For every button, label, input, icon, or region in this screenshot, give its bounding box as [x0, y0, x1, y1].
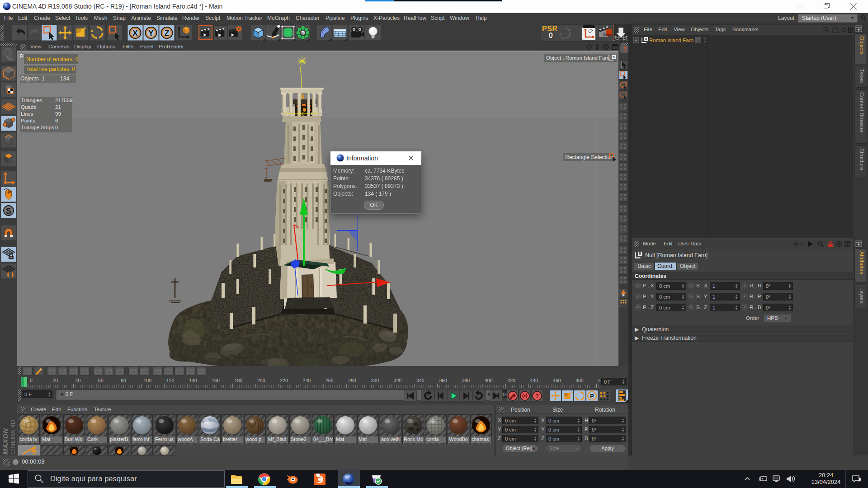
- svg-text:?: ?: [535, 393, 539, 399]
- svg-text:40: 40: [75, 378, 81, 383]
- svg-text:CINEMA 4D: CINEMA 4D: [9, 420, 16, 455]
- svg-text:420: 420: [507, 378, 515, 383]
- svg-text:180: 180: [235, 378, 243, 383]
- svg-text:0: 0: [639, 251, 641, 256]
- svg-text:60: 60: [98, 378, 104, 383]
- svg-text:380: 380: [462, 378, 470, 383]
- svg-text:320: 320: [394, 378, 402, 383]
- svg-text:?: ?: [623, 46, 627, 53]
- svg-text:440: 440: [530, 378, 538, 383]
- svg-text:100: 100: [144, 378, 152, 383]
- svg-text:Z: Z: [165, 29, 169, 38]
- svg-text:220: 220: [280, 378, 288, 383]
- svg-text:C: C: [603, 32, 606, 37]
- svg-text:360: 360: [439, 378, 447, 383]
- svg-text:0: 0: [30, 378, 33, 383]
- svg-text:MAXON: MAXON: [1, 428, 9, 455]
- svg-text:0: 0: [645, 37, 647, 41]
- svg-text:20: 20: [52, 378, 58, 383]
- svg-text:140: 140: [189, 378, 197, 383]
- svg-text:Y: Y: [148, 29, 154, 38]
- svg-text:0: 0: [613, 55, 615, 59]
- svg-text:340: 340: [416, 378, 425, 383]
- svg-text:200: 200: [257, 378, 265, 383]
- svg-text:120: 120: [166, 378, 175, 383]
- svg-text:500: 500: [599, 378, 601, 383]
- svg-text:80: 80: [121, 378, 126, 383]
- svg-text:400: 400: [485, 378, 493, 383]
- svg-text:260: 260: [326, 378, 334, 383]
- svg-text:S: S: [6, 206, 11, 216]
- svg-text:480: 480: [576, 378, 584, 383]
- svg-text:P: P: [590, 393, 594, 399]
- svg-text:240: 240: [303, 378, 311, 383]
- svg-text:X: X: [132, 29, 138, 38]
- svg-text:460: 460: [553, 378, 561, 383]
- svg-text:160: 160: [212, 378, 220, 383]
- svg-text:280: 280: [348, 378, 356, 383]
- svg-text:300: 300: [371, 378, 379, 383]
